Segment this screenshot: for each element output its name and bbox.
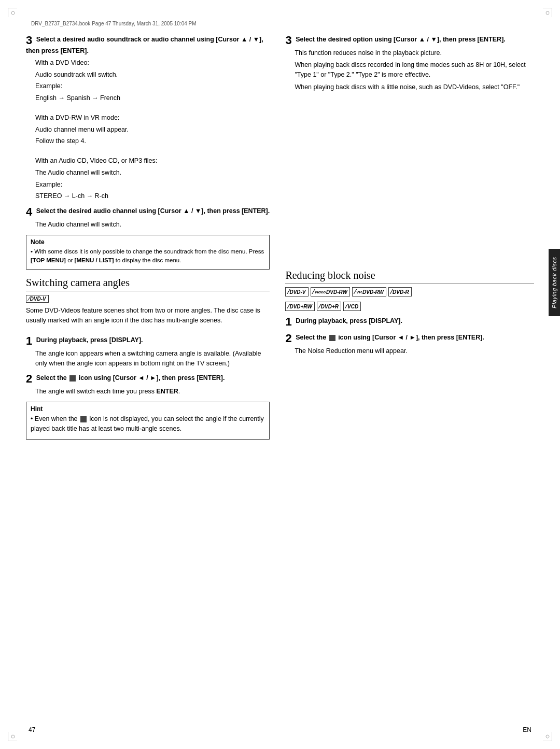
rb-icon-square <box>329 335 335 341</box>
right-column: 3 Select the desired option using [Curso… <box>285 35 534 445</box>
step3-right: 3 Select the desired option using [Curso… <box>285 35 534 92</box>
note-box: Note • With some discs it is only possib… <box>26 235 270 270</box>
page-footer: 47 EN <box>0 726 560 733</box>
rb-step2-heading: 2 Select the icon using [Cursor ◄ / ►], … <box>285 333 534 344</box>
footer-lang: EN <box>523 726 531 733</box>
dvd-video-example-label: Example: <box>35 81 270 91</box>
reducing-section-title: Reducing block noise <box>285 270 534 284</box>
dvd-video-example: English → Spanish → French <box>35 93 270 103</box>
badge-vcd: ∕VCD <box>343 302 361 311</box>
dvdrw-text: Audio channel menu will appear. <box>35 125 270 135</box>
switching-section-title: Switching camera angles <box>26 277 270 291</box>
rb-step2-text: The Noise Reduction menu will appear. <box>295 346 534 356</box>
step3-right-heading: 3 Select the desired option using [Curso… <box>285 35 534 46</box>
hint-title: Hint <box>31 405 265 413</box>
footer-page-number: 47 <box>29 726 35 733</box>
main-content: 3 Select a desired audio soundtrack or a… <box>26 35 534 445</box>
note-title: Note <box>31 238 265 246</box>
audio-cd-example: STEREO → L-ch → R-ch <box>35 191 270 201</box>
angle-icon-square <box>69 375 76 381</box>
badge-dvdv: ∕DVD-V <box>285 287 308 296</box>
dvd-video-label: With a DVD Video: <box>35 58 270 68</box>
step3-right-desc1: This function reduces noise in the playb… <box>295 48 534 58</box>
badge-dvdr: ∕DVD-R <box>388 287 412 296</box>
header-text: DRV_B2737_B2734.book Page 47 Thursday, M… <box>31 21 197 26</box>
badge-video-dvdrw: ∕VideoDVD-RW <box>311 287 350 296</box>
audio-cd-label: With an Audio CD, Video CD, or MP3 files… <box>35 156 270 166</box>
corner-mark-tl <box>8 8 17 17</box>
step3-right-desc3: When playing back discs with a little no… <box>295 82 534 92</box>
step3-right-desc2: When playing back discs recorded in long… <box>295 60 534 80</box>
badge-dvdplusrw: ∕DVD+RW <box>285 302 314 311</box>
dvdv-badge: ∕DVD-V <box>26 295 49 303</box>
audio-cd-example-label: Example: <box>35 180 270 190</box>
step3-heading: 3 Select a desired audio soundtrack or a… <box>26 35 270 56</box>
step3-audio: 3 Select a desired audio soundtrack or a… <box>26 35 270 201</box>
page: DRV_B2737_B2734.book Page 47 Thursday, M… <box>0 0 560 749</box>
sw-step1: 1 During playback, press [DISPLAY]. The … <box>26 335 270 369</box>
sw-step1-heading: 1 During playback, press [DISPLAY]. <box>26 335 270 347</box>
step4-text: The Audio channel will switch. <box>35 220 270 230</box>
disc-badges-row2: ∕DVD+RW ∕DVD+R ∕VCD <box>285 302 534 311</box>
hint-icon-square <box>80 416 87 422</box>
sw-step2-text: The angle will switch each time you pres… <box>35 387 270 397</box>
rb-step1: 1 During playback, press [DISPLAY]. <box>285 316 534 328</box>
note-text: • With some discs it is only possible to… <box>31 247 265 265</box>
badge-vr-dvdrw: ∕VRDVD-RW <box>352 287 386 296</box>
step4-heading: 4 Select the desired audio channel using… <box>26 206 270 218</box>
dvdv-badge-area: ∕DVD-V <box>26 294 270 306</box>
corner-mark-tr <box>543 8 552 17</box>
sw-step2: 2 Select the icon using [Cursor ◄ / ►], … <box>26 373 270 397</box>
hint-box: Hint • Even when the icon is not display… <box>26 402 270 440</box>
right-spacer <box>285 97 534 263</box>
dvd-video-text: Audio soundtrack will switch. <box>35 70 270 80</box>
rb-step2: 2 Select the icon using [Cursor ◄ / ►], … <box>285 333 534 356</box>
sidebar-tab: Playing back discs <box>549 249 560 316</box>
audio-cd-text: The Audio channel will switch. <box>35 168 270 178</box>
badge-dvdplusr: ∕DVD+R <box>317 302 341 311</box>
dvdrw-label: With a DVD-RW in VR mode: <box>35 113 270 123</box>
page-header: DRV_B2737_B2734.book Page 47 Thursday, M… <box>31 21 534 26</box>
rb-step1-heading: 1 During playback, press [DISPLAY]. <box>285 316 534 328</box>
disc-badges-row1: ∕DVD-V ∕VideoDVD-RW ∕VRDVD-RW ∕DVD-R <box>285 287 534 296</box>
switching-desc: Some DVD-Videos feature scenes shot from… <box>26 306 270 326</box>
hint-text: • Even when the icon is not displayed, y… <box>31 414 265 434</box>
left-column: 3 Select a desired audio soundtrack or a… <box>26 35 270 445</box>
dvdrw-follow: Follow the step 4. <box>35 136 270 146</box>
step4-audio: 4 Select the desired audio channel using… <box>26 206 270 230</box>
sw-step2-heading: 2 Select the icon using [Cursor ◄ / ►], … <box>26 373 270 385</box>
sw-step1-text: The angle icon appears when a switching … <box>35 349 270 369</box>
